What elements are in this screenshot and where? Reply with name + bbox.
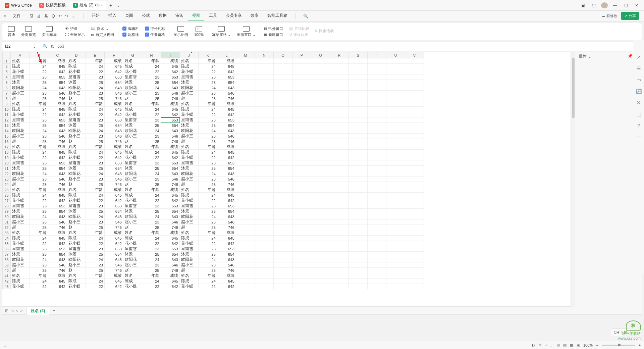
- cell[interactable]: 成绩: [217, 187, 236, 193]
- cell[interactable]: 沐景: [67, 80, 86, 85]
- col-header[interactable]: A: [11, 52, 30, 58]
- cell[interactable]: [405, 74, 424, 80]
- cell[interactable]: 沐景: [11, 252, 30, 257]
- sheet-first-icon[interactable]: |<: [10, 308, 14, 313]
- cell[interactable]: [292, 257, 311, 262]
- row-header[interactable]: 13: [3, 123, 11, 128]
- cell[interactable]: [386, 203, 405, 209]
- cell[interactable]: 25: [199, 166, 217, 171]
- cell[interactable]: [386, 123, 405, 128]
- cell[interactable]: 25: [30, 80, 48, 85]
- cell[interactable]: [330, 150, 349, 155]
- cell[interactable]: 642: [105, 155, 123, 160]
- cell[interactable]: 25: [142, 80, 161, 85]
- cell[interactable]: 姓名: [180, 273, 199, 279]
- cell[interactable]: [405, 166, 424, 171]
- cell[interactable]: 赵一一: [180, 96, 199, 101]
- cell[interactable]: [349, 85, 368, 91]
- cell[interactable]: 23: [30, 134, 48, 139]
- cell[interactable]: 赵小三: [11, 134, 30, 139]
- cell[interactable]: 23: [142, 262, 161, 268]
- row-header[interactable]: 43: [3, 284, 11, 289]
- row-header[interactable]: 35: [3, 241, 11, 246]
- cell[interactable]: 746: [48, 225, 67, 230]
- cell[interactable]: 654: [48, 80, 67, 85]
- cell[interactable]: 赵小三: [67, 134, 86, 139]
- cell[interactable]: 25: [86, 225, 105, 230]
- row-header[interactable]: 4: [3, 74, 11, 80]
- cell[interactable]: [405, 69, 424, 74]
- cell[interactable]: [311, 166, 330, 171]
- cell[interactable]: [311, 236, 330, 241]
- cell[interactable]: 746: [161, 139, 180, 144]
- cell[interactable]: 25: [30, 139, 48, 144]
- cell[interactable]: 746: [48, 182, 67, 187]
- cell[interactable]: [330, 74, 349, 80]
- cell[interactable]: 姓名: [67, 273, 86, 279]
- cell[interactable]: 22: [199, 69, 217, 74]
- cell[interactable]: 654: [217, 166, 236, 171]
- cell[interactable]: 花小蝶: [11, 198, 30, 203]
- cell[interactable]: [330, 107, 349, 112]
- cell[interactable]: 645: [161, 150, 180, 155]
- cell[interactable]: [330, 69, 349, 74]
- cell[interactable]: 24: [86, 150, 105, 155]
- cell[interactable]: 645: [48, 64, 67, 69]
- cell[interactable]: [236, 166, 255, 171]
- cell[interactable]: [368, 198, 386, 203]
- cell[interactable]: 姓名: [123, 273, 142, 279]
- cell[interactable]: 姓名: [123, 230, 142, 236]
- cell[interactable]: 24: [142, 171, 161, 177]
- cell[interactable]: [311, 69, 330, 74]
- cell[interactable]: 姓名: [11, 144, 30, 150]
- cell[interactable]: 陈成: [180, 279, 199, 284]
- cell[interactable]: [349, 171, 368, 177]
- col-header[interactable]: M: [236, 52, 255, 58]
- cell[interactable]: [405, 101, 424, 107]
- cell[interactable]: 25: [86, 139, 105, 144]
- cell[interactable]: [330, 262, 349, 268]
- cell[interactable]: 24: [142, 236, 161, 241]
- cell[interactable]: [368, 128, 386, 134]
- cell[interactable]: 陈成: [67, 236, 86, 241]
- cell[interactable]: [386, 252, 405, 257]
- cell[interactable]: [311, 107, 330, 112]
- cell[interactable]: 24: [199, 171, 217, 177]
- cell[interactable]: 642: [48, 198, 67, 203]
- cell[interactable]: [405, 96, 424, 101]
- cell[interactable]: [255, 241, 274, 246]
- cell[interactable]: [349, 273, 368, 279]
- cell[interactable]: [386, 209, 405, 214]
- cell[interactable]: 645: [48, 150, 67, 155]
- ribbon-tab-效率[interactable]: 效率: [247, 11, 263, 20]
- cell[interactable]: 746: [48, 268, 67, 273]
- cell[interactable]: [292, 134, 311, 139]
- cell[interactable]: [368, 187, 386, 193]
- freeze-panes[interactable]: 冻结窗格 ⌄: [210, 26, 233, 37]
- cell[interactable]: 642: [161, 155, 180, 160]
- cell[interactable]: 643: [48, 171, 67, 177]
- cell[interactable]: 23: [199, 219, 217, 225]
- cell[interactable]: 653: [105, 117, 123, 123]
- cell[interactable]: [368, 117, 386, 123]
- cell[interactable]: 654: [217, 123, 236, 128]
- cell[interactable]: [405, 64, 424, 69]
- cell[interactable]: 643: [161, 171, 180, 177]
- cell[interactable]: 24: [30, 64, 48, 69]
- cell[interactable]: 陈成: [67, 193, 86, 198]
- cell[interactable]: 24: [30, 214, 48, 219]
- cell[interactable]: 23: [142, 91, 161, 96]
- share-button[interactable]: ↗ 分享: [621, 12, 639, 20]
- col-header[interactable]: H: [142, 52, 161, 58]
- cell[interactable]: 花小蝶: [11, 241, 30, 246]
- cell[interactable]: 645: [105, 193, 123, 198]
- cell[interactable]: [311, 144, 330, 150]
- cell[interactable]: [236, 74, 255, 80]
- cell[interactable]: 642: [48, 155, 67, 160]
- cell[interactable]: [386, 91, 405, 96]
- cell[interactable]: 546: [105, 219, 123, 225]
- cell[interactable]: [386, 268, 405, 273]
- ribbon-tab-视图[interactable]: 视图: [188, 11, 204, 20]
- cell[interactable]: 653: [48, 117, 67, 123]
- cell[interactable]: 姓名: [11, 58, 30, 64]
